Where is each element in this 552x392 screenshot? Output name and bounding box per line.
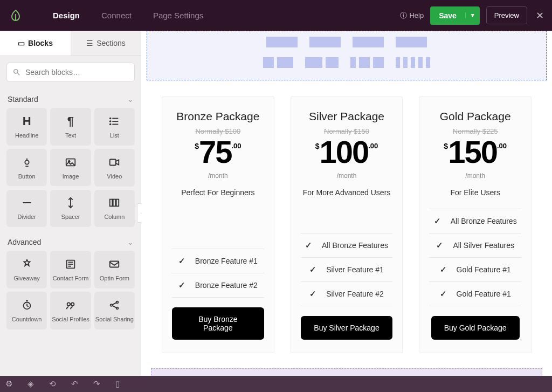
package-period: /month — [208, 172, 228, 180]
currency-symbol: $ — [195, 142, 199, 150]
buy-button[interactable]: Buy Bronze Package — [172, 307, 264, 340]
feature-text: Silver Feature #2 — [326, 290, 384, 298]
undo-icon[interactable]: ↶ — [71, 379, 78, 389]
feature-item: ✓Gold Feature #1 — [429, 258, 521, 282]
block-label: Countdown — [12, 316, 42, 322]
svg-point-22 — [111, 304, 113, 306]
check-icon: ✓ — [434, 216, 441, 226]
group-header-standard[interactable]: Standard⌄ — [0, 88, 141, 108]
feature-list: ✓Bronze Feature #1✓Bronze Feature #2 — [172, 249, 264, 298]
block-label: Video — [107, 173, 122, 180]
group-header-advanced[interactable]: Advanced⌄ — [0, 231, 141, 251]
drop-zone[interactable]: ▥ ▭ or Drag a new block here — [151, 368, 542, 376]
block-giveaway[interactable]: Giveaway — [6, 251, 47, 288]
feature-text: Gold Feature #1 — [457, 265, 511, 274]
settings-icon[interactable]: ⚙ — [5, 379, 12, 389]
spacer-icon — [65, 196, 77, 209]
block-contactform[interactable]: Contact Form — [50, 251, 91, 288]
panel-tab-blocks[interactable]: ▭ Blocks — [0, 31, 71, 56]
feature-text: All Silver Features — [453, 241, 514, 250]
save-dropdown-icon[interactable]: ▼ — [465, 12, 480, 18]
currency-symbol: $ — [315, 142, 320, 150]
device-preview-icon[interactable]: ▯ — [115, 379, 120, 389]
canvas[interactable]: Bronze Package Normally $100 $ 75 .00 /m… — [141, 31, 552, 376]
group-title: Standard — [8, 95, 38, 104]
svg-point-24 — [116, 307, 119, 310]
history-icon[interactable]: ⟲ — [49, 379, 56, 389]
nav-tab-page-settings[interactable]: Page Settings — [153, 11, 203, 20]
top-bar: Design Connect Page Settings ⓘ Help Save… — [0, 0, 552, 31]
nav-tab-design[interactable]: Design — [53, 11, 80, 20]
headline-icon: H — [23, 115, 31, 128]
feature-text: All Bronze Features — [322, 241, 388, 250]
feature-text: Bronze Feature #1 — [195, 257, 258, 265]
placeholder-block[interactable] — [147, 31, 547, 80]
block-label: Giveaway — [14, 275, 40, 281]
block-column[interactable]: Column — [94, 190, 135, 228]
panel-tab-label: Blocks — [28, 39, 53, 47]
preview-button[interactable]: Preview — [486, 6, 527, 24]
svg-rect-18 — [110, 262, 119, 267]
save-button[interactable]: Save ▼ — [430, 6, 480, 25]
buy-button[interactable]: Buy Silver Package — [301, 316, 392, 340]
socialsharing-icon — [108, 299, 120, 312]
countdown-icon — [21, 299, 33, 312]
svg-rect-11 — [110, 200, 113, 207]
block-countdown[interactable]: Countdown — [6, 292, 47, 329]
package-title: Silver Package — [309, 110, 384, 123]
block-socialprofiles[interactable]: Social Profiles — [50, 292, 91, 329]
help-link[interactable]: ⓘ Help — [400, 11, 424, 20]
feature-item: ✓Gold Feature #1 — [429, 282, 521, 306]
feature-text: Silver Feature #1 — [326, 265, 384, 274]
app-logo — [8, 8, 23, 23]
check-icon: ✓ — [309, 289, 316, 299]
block-label: Text — [65, 132, 76, 139]
redo-icon[interactable]: ↷ — [93, 379, 100, 389]
block-spacer[interactable]: Spacer — [50, 190, 91, 228]
block-list[interactable]: List — [94, 108, 135, 146]
block-image[interactable]: Image — [50, 149, 91, 187]
block-optinform[interactable]: Optin Form — [94, 251, 135, 288]
block-headline[interactable]: HHeadline — [6, 108, 47, 146]
image-icon — [65, 156, 77, 169]
layers-icon[interactable]: ◈ — [27, 379, 34, 389]
package-description: For Elite Users — [450, 188, 500, 197]
search-input[interactable] — [6, 63, 135, 82]
check-icon: ✓ — [440, 265, 447, 274]
pricing-card[interactable]: Bronze Package Normally $100 $ 75 .00 /m… — [162, 97, 274, 353]
package-title: Bronze Package — [176, 110, 259, 123]
nav-tab-connect[interactable]: Connect — [101, 11, 132, 20]
block-label: Headline — [15, 132, 38, 139]
package-period: /month — [337, 172, 357, 180]
package-title: Gold Package — [440, 110, 511, 123]
svg-line-26 — [113, 306, 116, 308]
button-icon — [21, 156, 33, 169]
feature-item: ✓All Silver Features — [429, 233, 521, 258]
feature-item: ✓All Bronze Features — [301, 233, 393, 258]
price-value: 75 — [199, 136, 232, 168]
block-socialsharing[interactable]: Social Sharing — [94, 292, 135, 329]
list-icon — [108, 115, 120, 128]
feature-list: ✓All Bronze Features✓All Silver Features… — [429, 209, 521, 306]
price-value: 100 — [319, 136, 368, 168]
block-video[interactable]: Video — [94, 149, 135, 187]
feature-text: All Bronze Features — [451, 217, 517, 225]
block-label: Column — [104, 214, 125, 220]
blocks-icon: ▭ — [18, 39, 25, 47]
pricing-card[interactable]: Gold Package Normally $225 $ 150 .00 /mo… — [419, 97, 532, 353]
close-icon[interactable]: ✕ — [536, 10, 544, 22]
panel-tab-sections[interactable]: ☰ Sections — [71, 31, 141, 56]
block-text[interactable]: ¶Text — [50, 108, 91, 146]
price-decimal: .00 — [368, 142, 378, 150]
contactform-icon — [65, 258, 77, 271]
block-button[interactable]: Button — [6, 149, 47, 187]
group-title: Advanced — [8, 238, 41, 246]
feature-item: ✓Bronze Feature #1 — [172, 249, 264, 273]
block-label: Social Sharing — [95, 316, 134, 322]
check-icon: ✓ — [305, 240, 312, 250]
save-label: Save — [430, 11, 465, 20]
svg-point-5 — [110, 123, 111, 125]
pricing-card[interactable]: Silver Package Normally $150 $ 100 .00 /… — [291, 97, 403, 353]
buy-button[interactable]: Buy Gold Package — [431, 316, 520, 340]
block-divider[interactable]: Divider — [6, 190, 47, 228]
